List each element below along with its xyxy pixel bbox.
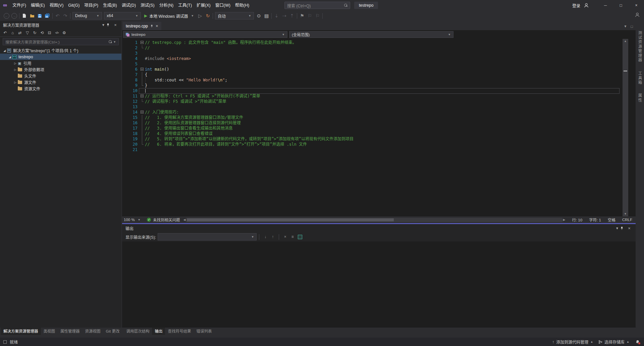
code-line-16[interactable]: 16// 2. 使用团队资源管理器窗口连接到源代码管理: [122, 120, 636, 126]
fold-marker[interactable]: [139, 40, 145, 45]
output-source-dropdown[interactable]: ▼: [158, 233, 257, 240]
menu-item[interactable]: 窗口(W): [213, 0, 233, 11]
hot-reload-icon[interactable]: ↻: [204, 12, 212, 20]
autohide-tab[interactable]: 工具箱: [637, 71, 643, 85]
toggle-autoscroll-icon[interactable]: [296, 233, 304, 240]
back-icon[interactable]: ↶: [2, 29, 9, 36]
code-line-21[interactable]: 21: [122, 147, 636, 152]
save-icon[interactable]: [36, 12, 44, 20]
properties-icon[interactable]: ⚙: [61, 29, 68, 36]
tree-row[interactable]: ◢++testrepo: [0, 54, 121, 60]
tree-expander-icon[interactable]: ▷: [13, 81, 18, 84]
platform-dropdown[interactable]: x64▼: [104, 12, 141, 19]
document-health-indicator[interactable]: ✓ 未找到相关问题: [147, 217, 180, 222]
tree-row[interactable]: ▷源文件: [0, 79, 121, 85]
minimize-button[interactable]: ─: [598, 0, 613, 11]
caret-char-indicator[interactable]: 字符: 1: [586, 217, 604, 222]
step-over-icon[interactable]: ⇢: [280, 12, 288, 20]
home-icon[interactable]: ⌂: [9, 29, 16, 36]
tab-testrepo-cpp[interactable]: testrepo.cpp ×: [123, 22, 161, 30]
new-file-icon[interactable]: [20, 12, 28, 20]
scroll-down-icon[interactable]: ▼: [623, 212, 628, 216]
code-line-3[interactable]: 3: [122, 51, 636, 56]
toggle-bookmark-icon[interactable]: ⚑: [298, 12, 306, 20]
menu-item[interactable]: 扩展(X): [194, 0, 213, 11]
code-line-12[interactable]: 12// 调试程序: F5 或调试 >“开始调试”菜单: [122, 99, 636, 104]
menu-item[interactable]: 文件(F): [10, 0, 29, 11]
word-wrap-icon[interactable]: ≡: [289, 233, 296, 240]
start-debugging-button[interactable]: ▶ 本地 Windows 调试器 ▼: [142, 12, 196, 20]
step-into-icon[interactable]: ⇣: [273, 12, 280, 20]
code-line-13[interactable]: 13: [122, 104, 636, 110]
attach-to-process-icon[interactable]: ⊙: [255, 12, 263, 20]
menu-item[interactable]: 帮助(H): [233, 0, 252, 11]
close-panel-icon[interactable]: ×: [112, 22, 118, 27]
add-to-source-control-button[interactable]: ↑ 添加到源代码管理 ▲: [552, 339, 593, 345]
send-feedback-icon[interactable]: [635, 12, 640, 17]
tree-row[interactable]: 头文件: [0, 73, 121, 79]
fold-marker[interactable]: [139, 93, 145, 99]
code-line-10[interactable]: 10: [122, 88, 636, 93]
next-bookmark-icon[interactable]: ⚐: [314, 12, 321, 20]
code-line-20[interactable]: 20// 6. 将来，若要再次打开此项目，请转到“文件”>“打开”>“项目”并选…: [122, 142, 636, 147]
tree-expander-icon[interactable]: ▷: [13, 62, 18, 65]
pin-tab-icon[interactable]: [150, 24, 153, 28]
sign-in-button[interactable]: 登录: [572, 3, 580, 8]
code-line-15[interactable]: 15// 1. 使用解决方案资源管理器窗口添加/管理文件: [122, 115, 636, 120]
fold-marker[interactable]: [139, 67, 145, 72]
configuration-dropdown[interactable]: Debug▼: [72, 12, 102, 19]
close-panel-icon[interactable]: ×: [626, 226, 632, 231]
autohide-tab[interactable]: 测试资源管理器: [637, 31, 643, 63]
select-repository-button[interactable]: 选择存储库 ▲: [598, 339, 629, 345]
menu-item[interactable]: 分析(N): [157, 0, 176, 11]
project-scope-dropdown[interactable]: testrepo ▼: [123, 31, 287, 38]
menu-item[interactable]: Git(G): [66, 0, 82, 11]
code-line-11[interactable]: 11// 运行程序: Ctrl + F5 或调试 >“开始执行(不调试)”菜单: [122, 93, 636, 99]
window-position-icon[interactable]: ▼: [614, 226, 620, 230]
code-line-7[interactable]: 7{: [122, 72, 636, 77]
step-out-icon[interactable]: ⇡: [288, 12, 296, 20]
menu-item[interactable]: 编辑(E): [29, 0, 47, 11]
tree-row[interactable]: 资源文件: [0, 85, 121, 92]
code-editor[interactable]: 1// testrepo.cpp : 此文件包含 "main" 函数。程序执行将…: [122, 39, 636, 216]
code-line-17[interactable]: 17// 3. 使用输出窗口查看生成输出和其他消息: [122, 126, 636, 131]
start-without-debugging-icon[interactable]: ▷: [196, 12, 204, 20]
pin-icon[interactable]: [106, 23, 112, 27]
caret-line-indicator[interactable]: 行: 10: [569, 217, 586, 222]
code-line-8[interactable]: 8 std::cout << "Hello World!\n";: [122, 77, 636, 83]
notifications-bell-icon[interactable]: [635, 339, 641, 345]
next-message-icon[interactable]: ↓: [262, 233, 269, 240]
indent-mode-indicator[interactable]: 空格: [604, 217, 619, 222]
zoom-dropdown[interactable]: 100 %▼: [122, 216, 144, 223]
menu-item[interactable]: 工具(T): [176, 0, 194, 11]
save-all-icon[interactable]: [44, 12, 51, 20]
editor-vertical-scrollbar[interactable]: ▲ ▼: [623, 39, 628, 216]
panel-tab[interactable]: 属性管理器: [58, 328, 83, 335]
hscroll-thumb[interactable]: [187, 218, 394, 221]
window-position-icon[interactable]: ▼: [100, 23, 106, 27]
panel-tab[interactable]: 解决方案资源管理器: [1, 328, 41, 335]
navigate-forward-icon[interactable]: →: [11, 13, 17, 19]
collapse-all-icon[interactable]: ⊟: [46, 29, 53, 36]
sync-with-active-document-icon[interactable]: ↻: [31, 29, 38, 36]
account-icon[interactable]: [584, 3, 589, 8]
close-button[interactable]: ×: [629, 0, 644, 11]
scroll-left-icon[interactable]: ◀: [183, 218, 186, 221]
code-line-1[interactable]: 1// testrepo.cpp : 此文件包含 "main" 函数。程序执行将…: [122, 40, 636, 45]
tree-row[interactable]: ◢解决方案"testrepo"(1 个项目/共 1 个): [0, 47, 121, 54]
panel-tab[interactable]: 调用层次结构: [123, 328, 152, 335]
code-line-9[interactable]: 9}: [122, 83, 636, 88]
code-line-18[interactable]: 18// 4. 使用错误列表窗口查看错误: [122, 131, 636, 136]
panel-tab[interactable]: 输出: [152, 328, 165, 335]
code-line-5[interactable]: 5: [122, 61, 636, 67]
filter-icon[interactable]: ▽: [24, 29, 31, 36]
tree-expander-icon[interactable]: ◢: [7, 55, 12, 59]
navigate-back-icon[interactable]: ←: [4, 13, 9, 19]
tree-expander-icon[interactable]: ▷: [13, 68, 18, 71]
refresh-icon[interactable]: ⟲: [39, 29, 46, 36]
redo-icon[interactable]: ↷: [61, 12, 69, 20]
solution-explorer-search-input[interactable]: 搜索解决方案资源管理器(Ctrl+;) ▼: [3, 38, 119, 45]
panel-tab[interactable]: Git 更改: [103, 328, 122, 335]
window-layout-icon[interactable]: □: [631, 24, 633, 28]
output-content[interactable]: [122, 241, 636, 328]
